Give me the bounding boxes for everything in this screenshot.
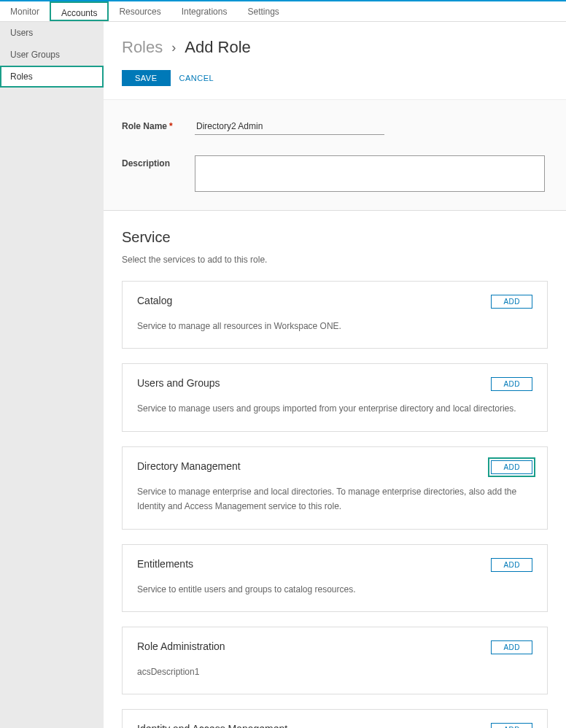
service-card-description: Service to manage enterprise and local d… bbox=[137, 484, 532, 514]
service-card: CatalogADDService to manage all resource… bbox=[122, 281, 548, 349]
sidebar-item-users[interactable]: Users bbox=[0, 22, 104, 44]
main-content: Roles › Add Role SAVE CANCEL Role Name* … bbox=[104, 22, 566, 728]
service-card-title: Catalog bbox=[137, 295, 172, 306]
required-indicator: * bbox=[169, 121, 173, 131]
description-label: Description bbox=[122, 155, 195, 192]
service-card-title: Role Administration bbox=[137, 640, 225, 652]
service-card: Users and GroupsADDService to manage use… bbox=[122, 363, 548, 431]
service-card-description: Service to manage users and groups impor… bbox=[137, 401, 532, 416]
service-card-title: Directory Management bbox=[137, 460, 241, 472]
service-card-description: Service to entitle users and groups to c… bbox=[137, 582, 532, 597]
cancel-button[interactable]: CANCEL bbox=[179, 74, 214, 82]
tab-resources[interactable]: Resources bbox=[109, 1, 171, 21]
page-title: Add Role bbox=[185, 38, 251, 57]
add-button[interactable]: ADD bbox=[491, 295, 532, 309]
add-button[interactable]: ADD bbox=[491, 377, 532, 391]
role-name-input[interactable] bbox=[195, 118, 384, 135]
tab-integrations[interactable]: Integrations bbox=[171, 1, 238, 21]
form-section: Role Name* Description bbox=[104, 99, 566, 211]
service-card-title: Entitlements bbox=[137, 558, 193, 570]
service-card: Directory ManagementADDService to manage… bbox=[122, 446, 548, 530]
add-button[interactable]: ADD bbox=[491, 558, 532, 572]
breadcrumb-separator: › bbox=[171, 40, 176, 55]
breadcrumb: Roles › Add Role bbox=[122, 38, 548, 57]
service-section-subtitle: Select the services to add to this role. bbox=[122, 255, 548, 265]
role-name-label: Role Name* bbox=[122, 118, 195, 135]
add-button[interactable]: ADD bbox=[491, 460, 532, 474]
tab-accounts[interactable]: Accounts bbox=[50, 1, 109, 21]
service-card: Identity and Access ManagementADDService… bbox=[122, 709, 548, 728]
sidebar-item-roles[interactable]: Roles bbox=[0, 66, 104, 88]
service-card-description: acsDescription1 bbox=[137, 665, 532, 679]
service-card: Role AdministrationADDacsDescription1 bbox=[122, 627, 548, 694]
service-section: Service Select the services to add to th… bbox=[104, 211, 566, 728]
sidebar: UsersUser GroupsRoles bbox=[0, 22, 104, 728]
add-button[interactable]: ADD bbox=[491, 640, 532, 654]
service-section-title: Service bbox=[122, 229, 548, 246]
service-card: EntitlementsADDService to entitle users … bbox=[122, 544, 548, 612]
save-button[interactable]: SAVE bbox=[122, 70, 171, 86]
service-card-title: Users and Groups bbox=[137, 377, 220, 389]
tab-settings[interactable]: Settings bbox=[237, 1, 289, 21]
top-tabs: MonitorAccountsResourcesIntegrationsSett… bbox=[0, 1, 566, 22]
service-card-description: Service to manage all resources in Works… bbox=[137, 319, 532, 333]
breadcrumb-parent[interactable]: Roles bbox=[122, 38, 163, 57]
tab-monitor[interactable]: Monitor bbox=[0, 1, 50, 21]
sidebar-item-user-groups[interactable]: User Groups bbox=[0, 44, 104, 66]
add-button[interactable]: ADD bbox=[491, 723, 532, 728]
service-card-title: Identity and Access Management bbox=[137, 723, 287, 728]
description-textarea[interactable] bbox=[195, 155, 545, 192]
